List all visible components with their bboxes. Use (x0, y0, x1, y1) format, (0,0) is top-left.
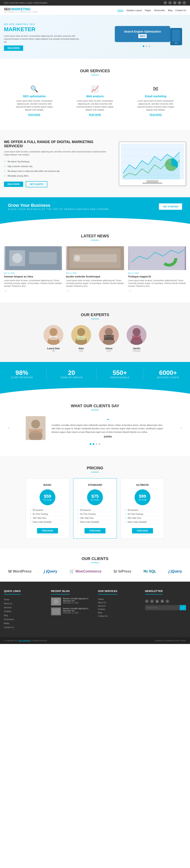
hero-visual: Search Engine Optimization SEO SEO (107, 26, 186, 48)
seo-read-more[interactable]: READ MORE (28, 114, 40, 116)
linkedin-icon[interactable]: in (178, 1, 181, 5)
footer-service-portfolio[interactable]: Portfolio (98, 608, 139, 611)
service-web: 📈 Web analysis Lorem ipsum dolor sit ame… (70, 81, 120, 120)
twitter-icon[interactable]: t (168, 1, 172, 5)
tdot-3[interactable] (96, 443, 98, 445)
rss-icon[interactable]: r (183, 1, 186, 5)
brand-link[interactable]: SEO Marketing (18, 640, 31, 642)
bipress-icon: b! (114, 569, 117, 574)
dot-3[interactable] (149, 45, 150, 47)
newsletter-input[interactable] (145, 605, 180, 610)
footer-link-portfolio[interactable]: Portfolio (4, 610, 45, 613)
stat-label-1: CLIENT RETENTION (11, 376, 33, 379)
check-icon: ✓ (125, 509, 126, 511)
x-icon: ✗ (30, 513, 32, 515)
feature-list: ✓We deliver Top Rankings. ✓High customer… (4, 159, 111, 178)
check-icon: ✓ (30, 509, 32, 511)
check-icon-3: ✓ (4, 170, 6, 173)
footer-service-teams[interactable]: Teams (98, 597, 139, 601)
footer-service-contact[interactable]: Contact Us (98, 614, 139, 618)
footer-link-services[interactable]: Services (4, 606, 45, 610)
footer-service-blog[interactable]: Blog (98, 611, 139, 614)
ultimate-features: ✓90 Keyword ✓No Field Tracking ✓500+ Man… (125, 508, 160, 524)
services-title: OUR SERVICES (4, 69, 186, 73)
dot-2[interactable] (146, 45, 147, 47)
footer-link-promotions[interactable]: Promotions (4, 617, 45, 621)
tdot-1[interactable] (90, 443, 91, 445)
top-bar: E132 Lorem Ben Street, London, United Ki… (0, 0, 190, 5)
stat-divider-1 (46, 368, 47, 380)
check-icon: ✓ (125, 521, 126, 523)
dot-1[interactable] (143, 45, 144, 47)
nav-variation[interactable]: Variation Layout (126, 9, 142, 11)
footer-tw-icon[interactable]: t (150, 599, 154, 603)
testimonial-next-button[interactable]: › (181, 425, 182, 431)
footer-link-media[interactable]: Media (4, 621, 45, 625)
nav-home[interactable]: Home (118, 9, 123, 12)
news-item-1: Nov 11, 2016 Aenean tempus ac Uma Lorem … (4, 246, 62, 293)
news-arrow-3[interactable]: → (128, 289, 131, 293)
email-read-more[interactable]: READ MORE (150, 114, 162, 116)
clients-section: OUR CLIENTS W WordPress j jQuery 🛒 WooCo… (0, 549, 190, 582)
testimonial-text-block: " Curabitur convallis ultrices ligula vi… (51, 418, 164, 438)
tdot-2[interactable] (92, 443, 94, 445)
ultimate-purchase-button[interactable]: PURCHASE (132, 528, 153, 533)
expert-avatar-2 (71, 325, 91, 345)
standard-f2: ✓No Time Tracking (77, 512, 113, 516)
news-headline-1: Aenean tempus ac Uma (4, 275, 62, 278)
client-wordpress: W WordPress (8, 569, 32, 574)
footer-gp-icon[interactable]: g (155, 599, 159, 603)
grow-text: Grow Your Business PLACE YOUR BUSINESS A… (8, 203, 109, 210)
footer-rss-icon[interactable]: r (166, 599, 169, 603)
jquery-icon-1: j (44, 569, 45, 574)
standard-tier: STANDARD (77, 484, 113, 486)
check-icon-4: ✓ (4, 175, 6, 177)
copyright-text: © Copyright 2017 SEO Marketing. All Righ… (4, 640, 47, 642)
web-icon: 📈 (74, 85, 116, 93)
hero-read-more-button[interactable]: READ MORE (4, 45, 23, 51)
footer-newsletter-col: NEWSLETTER f t g in r → (145, 590, 186, 629)
check-icon-2: ✓ (4, 165, 6, 168)
nav-contact[interactable]: Contact Us (175, 9, 186, 11)
stat-label-4: SATISFIED CLIENTS (157, 376, 179, 379)
footer-fb-icon[interactable]: f (145, 599, 149, 603)
monitor-screen (121, 144, 184, 179)
get-started-button[interactable]: GET STARTED (159, 204, 182, 210)
footer-service-services[interactable]: Services (98, 604, 139, 608)
footer-link-home[interactable]: Home (4, 597, 45, 601)
googleplus-icon[interactable]: g (173, 1, 177, 5)
tdot-4[interactable] (99, 443, 100, 445)
check-icon: ✓ (77, 517, 79, 519)
web-read-more[interactable]: READ MORE (89, 114, 101, 116)
news-image-3 (128, 246, 186, 270)
news-arrow-2[interactable]: → (66, 289, 69, 293)
news-arrow-1[interactable]: → (4, 289, 7, 293)
digital-read-more-button[interactable]: READ MORE (4, 182, 23, 187)
nav-blog[interactable]: Blog (168, 9, 173, 11)
footer-link-contact[interactable]: Contact Us (4, 625, 45, 629)
blog-thumb-2 (51, 608, 61, 615)
blog-title-2: Aenean convallis dignissim a dignissim e… (63, 608, 92, 612)
testimonial-prev-button[interactable]: ‹ (8, 425, 9, 431)
newsletter-submit-button[interactable]: → (180, 605, 186, 610)
nav-pages[interactable]: Pages (145, 9, 151, 11)
footer-link-blog[interactable]: Blog (4, 613, 45, 617)
facebook-icon[interactable]: f (163, 1, 167, 5)
ultimate-f3: ✓500+ Man Hour (125, 516, 160, 520)
footer-in-icon[interactable]: in (160, 599, 164, 603)
nav-shortcodes[interactable]: Shortcodes (154, 9, 165, 11)
grow-banner-inner: Grow Your Business PLACE YOUR BUSINESS A… (0, 197, 190, 216)
get-quote-button[interactable]: GET A QUOTE (26, 181, 47, 187)
footer-link-about[interactable]: About Us (4, 601, 45, 606)
stat-1: 98% CLIENT RETENTION (11, 369, 33, 379)
standard-f1: ✓90 Keyword (77, 508, 113, 512)
footer-bottom: © Copyright 2017 SEO Marketing. All Righ… (0, 637, 190, 644)
standard-purchase-button[interactable]: PURCHASE (84, 528, 106, 533)
web-title: Web analysis (74, 95, 116, 98)
footer-links-list: Home About Us Services Portfolio Blog Pr… (4, 597, 45, 629)
news-image-1 (4, 246, 62, 270)
footer-service-about[interactable]: About Us (98, 601, 139, 604)
ultimate-f4: ✓News Letter Available (125, 520, 160, 524)
blog-title-1: Aenean convallis dignissim a dignissim e… (63, 597, 92, 602)
basic-purchase-button[interactable]: PURCHASE (37, 528, 58, 533)
